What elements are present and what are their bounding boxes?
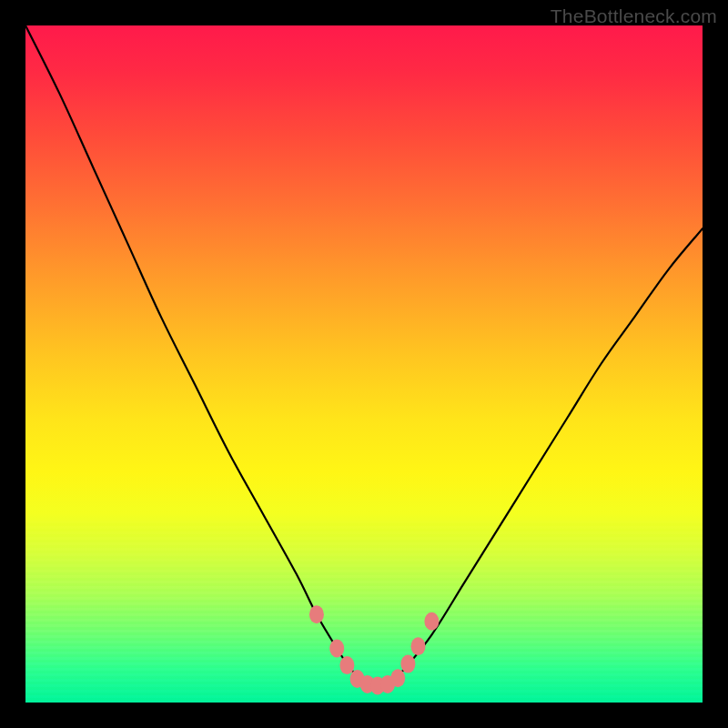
bottleneck-curve bbox=[25, 25, 703, 685]
curve-marker bbox=[339, 656, 354, 674]
curve-marker bbox=[400, 655, 415, 673]
watermark-text: TheBottleneck.com bbox=[551, 5, 717, 27]
plot-area bbox=[25, 25, 703, 703]
curve-marker bbox=[424, 612, 439, 631]
curve-svg bbox=[25, 25, 703, 703]
curve-marker bbox=[309, 605, 324, 623]
curve-marker bbox=[390, 669, 405, 687]
curve-marker bbox=[411, 637, 426, 655]
chart-frame: TheBottleneck.com bbox=[0, 0, 728, 728]
marker-group bbox=[309, 605, 440, 694]
curve-marker bbox=[329, 640, 344, 658]
